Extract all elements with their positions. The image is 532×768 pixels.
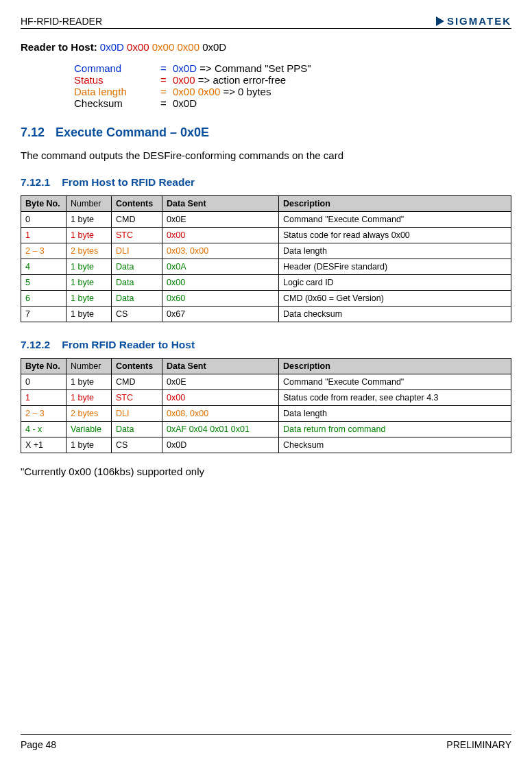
table-row: 2 – 32 bytesDLI0x03, 0x00Data length (21, 243, 511, 259)
section-num: 7.12.2 (21, 339, 59, 351)
table-cell: 1 byte (66, 212, 112, 228)
table-row: X +11 byteCS0x0DChecksum (21, 437, 511, 453)
table-cell: CMD (0x60 = Get Version) (279, 291, 511, 307)
table-cell: Checksum (279, 437, 511, 453)
table-cell: Header (DESFire standard) (279, 259, 511, 275)
table-cell: 1 byte (66, 374, 112, 390)
param-name: Command (74, 62, 160, 74)
section-title: From Host to RFID Reader (62, 176, 195, 188)
table-cell: 1 (21, 228, 66, 243)
table-cell: Data (112, 291, 162, 307)
param-val: 0x0D (173, 97, 197, 109)
table-cell: 1 byte (66, 437, 112, 453)
table-cell: STC (112, 228, 162, 243)
table-cell: Data (112, 422, 162, 437)
table-cell: 1 byte (66, 390, 112, 406)
table-cell: 4 (21, 259, 66, 275)
table-cell: 0x00 (162, 275, 279, 291)
table-cell: CMD (112, 212, 162, 228)
th-byteno: Byte No. (21, 359, 66, 374)
page-header: HF-RFID-READER SIGMATEK (21, 15, 511, 29)
table-cell: 1 byte (66, 259, 112, 275)
table-cell: 2 – 3 (21, 243, 66, 259)
table-cell: Command "Execute Command" (279, 212, 511, 228)
table-cell: DLI (112, 243, 162, 259)
section-num: 7.12.1 (21, 176, 59, 189)
param-row-datalength: Data length = 0x00 0x00 => 0 bytes (74, 86, 511, 97)
table-cell: Data length (279, 406, 511, 422)
th-contents: Contents (112, 359, 162, 374)
table-cell: 0x08, 0x00 (162, 406, 279, 422)
table-cell: X +1 (21, 437, 66, 453)
r2h-byte-orange: 0x00 0x00 (152, 41, 200, 53)
table-cell: 0x67 (162, 307, 279, 322)
th-byteno: Byte No. (21, 196, 66, 212)
param-eq: = (160, 97, 173, 109)
table-cell: CMD (112, 374, 162, 390)
logo-arrow-icon (436, 16, 444, 26)
doc-status: PRELIMINARY (446, 739, 511, 750)
table-cell: 2 – 3 (21, 406, 66, 422)
th-number: Number (66, 196, 112, 212)
table-cell: 2 bytes (66, 406, 112, 422)
param-val: 0x00 => action error-free (173, 74, 286, 86)
body-content: Reader to Host: 0x0D 0x00 0x00 0x00 0x0D… (21, 29, 511, 477)
table-cell: DLI (112, 406, 162, 422)
r2h-byte-blue: 0x0D (100, 41, 124, 53)
param-eq: = (160, 74, 173, 86)
doc-title: HF-RFID-READER (21, 16, 102, 27)
table-row: 71 byteCS0x67Data checksum (21, 307, 511, 322)
table-cell: 0x00 (162, 390, 279, 406)
table-cell: Data return from command (279, 422, 511, 437)
table-cell: 0x0E (162, 212, 279, 228)
th-datasent: Data Sent (162, 359, 279, 374)
table-cell: Data (112, 275, 162, 291)
section-title: From RFID Reader to Host (62, 339, 195, 350)
table-row: 01 byteCMD0x0ECommand "Execute Command" (21, 374, 511, 390)
table-cell: Logic card ID (279, 275, 511, 291)
param-row-command: Command = 0x0D => Command "Set PPS" (74, 62, 511, 74)
logo: SIGMATEK (436, 15, 511, 27)
page-number: Page 48 (21, 739, 56, 750)
table-row: 4 - xVariableData0xAF 0x04 0x01 0x01Data… (21, 422, 511, 437)
footnote: "Currently 0x00 (106kbs) supported only (21, 466, 511, 477)
table-cell: Status code from reader, see chapter 4.3 (279, 390, 511, 406)
table-header-row: Byte No. Number Contents Data Sent Descr… (21, 359, 511, 374)
param-row-checksum: Checksum = 0x0D (74, 97, 511, 109)
param-val: 0x00 0x00 => 0 bytes (173, 86, 271, 97)
table-header-row: Byte No. Number Contents Data Sent Descr… (21, 196, 511, 212)
section-title: Execute Command – 0x0E (56, 125, 209, 139)
table-row: 51 byteData0x00Logic card ID (21, 275, 511, 291)
r2h-byte-red: 0x00 (127, 41, 149, 53)
section-712-heading: 7.12 Execute Command – 0x0E (21, 125, 511, 140)
table-cell: 1 byte (66, 307, 112, 322)
table-cell: 1 byte (66, 275, 112, 291)
table-row: 01 byteCMD0x0ECommand "Execute Command" (21, 212, 511, 228)
table-row: 41 byteData0x0AHeader (DESFire standard) (21, 259, 511, 275)
page-footer: Page 48 PRELIMINARY (21, 734, 511, 750)
table-cell: 0x0E (162, 374, 279, 390)
param-val: 0x0D => Command "Set PPS" (173, 62, 311, 74)
param-eq: = (160, 62, 173, 74)
table-cell: 0x0D (162, 437, 279, 453)
table-cell: 0x00 (162, 228, 279, 243)
param-row-status: Status = 0x00 => action error-free (74, 74, 511, 86)
th-description: Description (279, 196, 511, 212)
table-reader-to-host: Byte No. Number Contents Data Sent Descr… (21, 358, 511, 453)
table-cell: 0x60 (162, 291, 279, 307)
logo-text: SIGMATEK (447, 15, 511, 27)
table-cell: 1 byte (66, 291, 112, 307)
table-cell: 0xAF 0x04 0x01 0x01 (162, 422, 279, 437)
table-cell: 4 - x (21, 422, 66, 437)
th-description: Description (279, 359, 511, 374)
table-cell: 0 (21, 374, 66, 390)
section-712-desc: The command outputs the DESFire-conformi… (21, 149, 511, 161)
table-cell: 0x0A (162, 259, 279, 275)
th-contents: Contents (112, 196, 162, 212)
table-row: 11 byteSTC0x00Status code from reader, s… (21, 390, 511, 406)
th-datasent: Data Sent (162, 196, 279, 212)
section-7122-heading: 7.12.2 From RFID Reader to Host (21, 339, 511, 351)
r2h-byte-black: 0x0D (202, 41, 226, 53)
r2h-label: Reader to Host: (21, 41, 97, 53)
table-cell: 1 byte (66, 228, 112, 243)
